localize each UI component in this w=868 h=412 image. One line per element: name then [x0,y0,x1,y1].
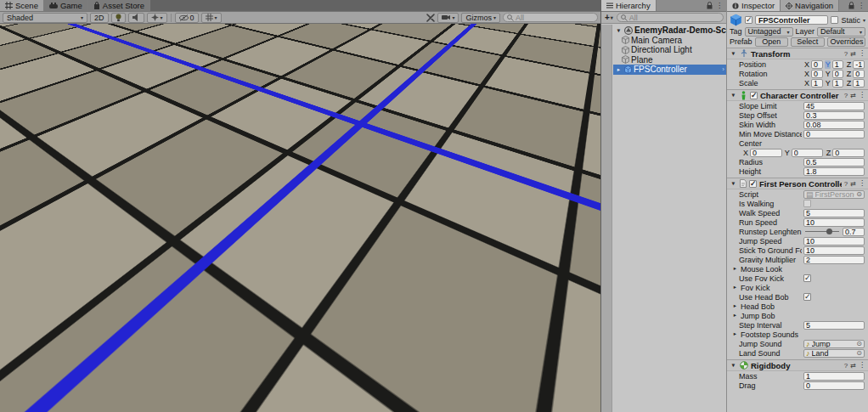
slope-limit-field[interactable] [803,102,865,110]
scale-x-field[interactable] [811,79,823,87]
presets-icon[interactable]: ⇄ [850,362,856,370]
runstep-field[interactable] [843,228,865,236]
tab-hierarchy[interactable]: Hierarchy [601,0,657,11]
position-y-field[interactable] [832,60,844,69]
panel-menu-icon[interactable]: ⋮ [858,3,865,9]
character-controller-header[interactable]: ▾ Character Controller ? ⇄ ⋮ [727,90,868,101]
object-picker-icon[interactable]: ⊙ [856,349,862,357]
gameobject-icon-large[interactable] [730,14,742,26]
lock-icon[interactable] [848,2,854,9]
prefab-overrides-dropdown[interactable]: Overrides ▾ [827,37,865,47]
scale-y-field[interactable] [832,79,844,87]
min-move-distance-field[interactable] [803,130,865,138]
tab-asset-store[interactable]: Asset Store [88,0,150,11]
gravity-multiplier-field[interactable] [803,256,865,264]
audio-toggle-button[interactable] [128,13,144,23]
help-icon[interactable]: ? [844,180,848,188]
shading-mode-dropdown[interactable]: Shaded ▾ [3,13,87,23]
land-sound-field[interactable]: ♪ Land ⊙ [803,349,865,358]
help-icon[interactable]: ? [844,362,848,370]
lock-icon[interactable] [707,2,713,9]
radius-field[interactable] [803,158,865,166]
scene-search[interactable] [503,13,598,22]
component-menu-icon[interactable]: ⋮ [859,362,865,369]
slider-knob[interactable] [826,229,832,234]
rotation-x-field[interactable] [811,70,823,78]
chevron-down-icon[interactable]: ▾ [863,17,865,23]
fov-kick-foldout[interactable]: ▸ Fov Kick [727,283,868,292]
rotation-z-field[interactable] [853,70,865,78]
foldout-open-icon[interactable]: ▾ [730,363,737,369]
effects-dropdown[interactable]: ▾ [147,13,167,23]
gizmos-dropdown[interactable]: Gizmos ▾ [461,13,500,23]
prefab-select-button[interactable]: Select [791,37,824,47]
foldout-closed-icon[interactable]: ▸ [615,67,623,73]
rotation-y-field[interactable] [832,70,844,78]
scene-search-input[interactable] [516,14,594,22]
hierarchy-item-plane[interactable]: Plane [613,55,726,65]
drag-field[interactable] [803,381,865,390]
hierarchy-item-directional-light[interactable]: Directional Light [613,45,726,55]
jump-bob-foldout[interactable]: ▸ Jump Bob [727,311,868,320]
walk-speed-field[interactable] [803,209,865,217]
component-enabled-checkbox[interactable] [750,92,758,99]
foldout-closed-icon[interactable]: ▸ [731,266,739,272]
hierarchy-item-main-camera[interactable]: Main Camera [613,36,726,46]
component-menu-icon[interactable]: ⋮ [859,92,865,99]
presets-icon[interactable]: ⇄ [850,50,856,58]
prefab-open-button[interactable]: Open [755,37,788,47]
tag-dropdown[interactable]: Untagged ▾ [745,27,793,37]
presets-icon[interactable]: ⇄ [850,180,856,188]
skin-width-field[interactable] [803,121,865,129]
script-object-field[interactable]: ▤ FirstPersonControlle ⊙ [803,190,865,199]
hidden-objects-button[interactable]: 0 [175,13,199,23]
component-menu-icon[interactable]: ⋮ [859,180,865,187]
position-x-field[interactable] [811,60,823,69]
center-x-field[interactable] [750,149,782,157]
tab-game[interactable]: Game [44,0,88,11]
lighting-toggle-button[interactable] [111,13,126,23]
foldout-open-icon[interactable]: ▾ [730,181,737,187]
perspective-label[interactable]: ◂ Persp [558,70,583,78]
2d-toggle-button[interactable]: 2D [90,13,109,23]
mouse-look-foldout[interactable]: ▸ Mouse Look [727,264,868,274]
foldout-open-icon[interactable]: ▾ [615,28,623,34]
foldout-open-icon[interactable]: ▾ [730,51,737,57]
scene-root-row[interactable]: ▾ EnemyRadar-Demo-Scene* ⋮ [613,25,726,36]
tab-scene[interactable]: Scene [0,0,44,11]
layer-dropdown[interactable]: Default ▾ [817,27,865,37]
scale-z-field[interactable] [853,79,865,87]
orientation-gizmo[interactable] [544,25,594,75]
foldout-closed-icon[interactable]: ▸ [731,303,739,309]
hierarchy-search[interactable] [617,13,724,22]
position-z-field[interactable] [853,60,865,69]
rigidbody-header[interactable]: ▾ Rigidbody ? ⇄ ⋮ [727,360,868,371]
object-name-field[interactable] [755,15,828,25]
tab-navigation[interactable]: Navigation [781,0,839,11]
create-object-button[interactable]: + ▾ [604,13,614,22]
grid-visibility-dropdown[interactable]: ▾ [201,13,222,23]
component-menu-icon[interactable]: ⋮ [859,50,865,57]
mass-field[interactable] [803,372,865,381]
jump-speed-field[interactable] [803,237,865,246]
component-enabled-checkbox[interactable] [749,180,757,188]
run-speed-field[interactable] [803,218,865,227]
center-y-field[interactable] [792,149,824,157]
hierarchy-item-fpscontroller[interactable]: ▸ FPSController › [613,65,726,75]
step-interval-field[interactable] [803,321,865,330]
height-field[interactable] [803,167,865,176]
static-checkbox[interactable] [831,16,838,24]
object-picker-icon[interactable]: ⊙ [856,340,862,347]
panel-menu-icon[interactable]: ⋮ [716,3,723,9]
foldout-closed-icon[interactable]: ▸ [731,313,739,319]
scene-camera-dropdown[interactable]: ▾ [437,13,459,23]
presets-icon[interactable]: ⇄ [850,92,856,99]
use-head-bob-checkbox[interactable] [803,293,811,301]
editor-tools-icon[interactable] [426,14,435,22]
step-offset-field[interactable] [803,111,865,120]
fps-controller-header[interactable]: ▾ First Person Controller (Scrip ? ⇄ ⋮ [727,178,868,189]
runstep-slider[interactable] [805,228,839,235]
help-icon[interactable]: ? [844,92,848,99]
foldout-closed-icon[interactable]: ▸ [731,285,739,291]
jump-sound-field[interactable]: ♪ Jump ⊙ [803,340,865,348]
